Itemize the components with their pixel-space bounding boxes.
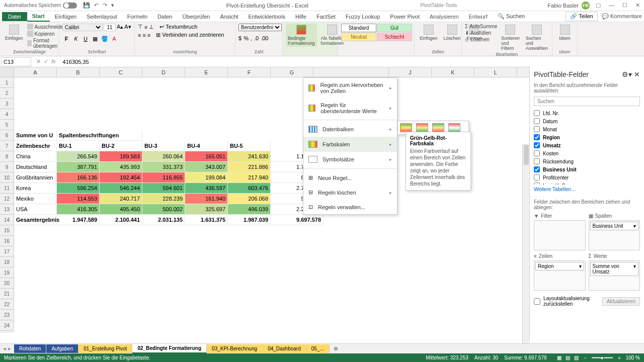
colorscale-gyr[interactable] bbox=[400, 123, 412, 132]
wrap-text-button[interactable]: ↩ Textumbruch bbox=[159, 24, 197, 30]
zoom-level[interactable]: 100 % bbox=[626, 355, 640, 360]
font-size-input[interactable] bbox=[104, 24, 116, 31]
cell[interactable]: Korea bbox=[14, 183, 57, 194]
tab-view[interactable]: Ansicht bbox=[215, 12, 243, 21]
tab-fuzzy[interactable]: Fuzzy Lookup bbox=[341, 12, 385, 21]
cell[interactable]: BU-3 bbox=[142, 141, 185, 151]
share-button[interactable]: 🔗 Teilen bbox=[566, 12, 598, 21]
tab-developer[interactable]: Entwicklertools bbox=[244, 12, 290, 21]
autosave-toggle[interactable]: Automatisches Speichern bbox=[4, 3, 77, 9]
tab-start[interactable]: Start bbox=[27, 12, 50, 22]
add-sheet-button[interactable]: ⊕ bbox=[330, 344, 342, 353]
conditional-formatting-button[interactable]: Bedingte Formatierung bbox=[286, 24, 317, 47]
sort-filter-button[interactable]: Sortieren und Filtern bbox=[499, 24, 522, 52]
field-item[interactable]: Business Unit bbox=[534, 165, 640, 173]
cell[interactable]: 199.084 bbox=[185, 172, 228, 183]
cell[interactable]: Zeilenbeschr bbox=[14, 141, 57, 151]
underline-button[interactable]: U bbox=[82, 35, 90, 43]
field-item[interactable]: Rücksendung bbox=[534, 157, 640, 165]
percent-icon[interactable]: % bbox=[244, 35, 249, 41]
cell[interactable]: 206.068 bbox=[228, 194, 271, 204]
tab-insert[interactable]: Einfügen bbox=[50, 12, 82, 21]
rows-drop-area[interactable]: Region▾ bbox=[534, 260, 586, 291]
save-icon[interactable]: 💾 bbox=[83, 2, 90, 9]
align-left-icon[interactable]: ≡ bbox=[138, 32, 141, 38]
search-tab[interactable]: 🔍 Suchen bbox=[493, 12, 530, 21]
cell[interactable]: 387.791 bbox=[57, 162, 100, 172]
row-header-16[interactable]: 16 bbox=[0, 236, 14, 246]
cell[interactable]: BU-5 bbox=[228, 141, 271, 151]
cell[interactable]: 161.940 bbox=[185, 194, 228, 204]
select-all-corner[interactable] bbox=[0, 67, 14, 77]
row-header-14[interactable]: 14 bbox=[0, 215, 14, 225]
colorscale-4[interactable] bbox=[448, 123, 460, 132]
cell[interactable]: 436.597 bbox=[185, 183, 228, 194]
cell[interactable]: 343.007 bbox=[185, 162, 228, 172]
align-top-icon[interactable]: ⊤ bbox=[138, 24, 143, 30]
cell[interactable]: 192.454 bbox=[100, 172, 142, 183]
align-bottom-icon[interactable]: ⊥ bbox=[149, 24, 154, 30]
col-header-J[interactable]: J bbox=[389, 67, 432, 77]
cell[interactable]: 221.886 bbox=[228, 162, 271, 172]
cell[interactable]: 166.136 bbox=[57, 172, 100, 183]
grow-font-icon[interactable]: A▴ bbox=[117, 24, 123, 31]
row-header-6[interactable]: 6 bbox=[0, 130, 14, 141]
cell[interactable]: Großbritannien bbox=[14, 172, 57, 183]
increase-decimal-icon[interactable]: .0 bbox=[254, 35, 259, 41]
cell[interactable]: 9.697.578 bbox=[271, 215, 324, 225]
value-chip-umsatz[interactable]: Summe von Umsatz▾ bbox=[590, 262, 639, 276]
tab-design[interactable]: Entwurf bbox=[464, 12, 493, 21]
cell[interactable]: 189.583 bbox=[100, 151, 142, 162]
col-header-L[interactable]: L bbox=[474, 67, 517, 77]
accept-formula-icon[interactable]: ✓ bbox=[44, 58, 48, 65]
cell[interactable]: 1.987.039 bbox=[228, 215, 271, 225]
tab-layout[interactable]: Seitenlayout bbox=[82, 12, 122, 21]
style-standard[interactable]: Standard bbox=[341, 24, 376, 32]
cell[interactable]: 496.039 bbox=[228, 204, 271, 215]
row-header-23[interactable]: 23 bbox=[0, 310, 14, 320]
update-button[interactable]: Aktualisieren bbox=[602, 297, 640, 306]
maximize-icon[interactable]: ☐ bbox=[622, 2, 627, 9]
cell[interactable]: 603.476 bbox=[228, 183, 271, 194]
cf-manage-rules[interactable]: ⊡Regeln verwalten... bbox=[303, 200, 397, 214]
avatar[interactable]: FB bbox=[582, 2, 590, 10]
font-color-button[interactable]: A bbox=[110, 35, 118, 43]
sheet-tab-04[interactable]: 04_Dashboard bbox=[263, 344, 306, 353]
cell[interactable]: Mexiko bbox=[14, 194, 57, 204]
row-header-11[interactable]: 11 bbox=[0, 183, 14, 194]
align-middle-icon[interactable]: ≡ bbox=[144, 24, 147, 30]
row-header-17[interactable]: 17 bbox=[0, 246, 14, 257]
row-header-13[interactable]: 13 bbox=[0, 204, 14, 215]
cell[interactable]: Deutschland bbox=[14, 162, 57, 172]
row-header-7[interactable]: 7 bbox=[0, 141, 14, 151]
field-item[interactable]: Monat bbox=[534, 125, 640, 133]
cell[interactable]: Spaltenbeschriftungen bbox=[57, 130, 142, 141]
cf-clear-rules[interactable]: ⊟Regeln löschen▸ bbox=[303, 185, 397, 200]
cell[interactable]: 114.553 bbox=[57, 194, 100, 204]
delete-cells-button[interactable]: Löschen bbox=[442, 24, 463, 42]
zoom-out-icon[interactable]: － bbox=[583, 354, 588, 361]
cf-highlight-rules[interactable]: Regeln zum Hervorheben von Zellen▸ bbox=[303, 78, 397, 98]
row-header-5[interactable]: 5 bbox=[0, 120, 14, 130]
cell[interactable]: 240.717 bbox=[100, 194, 142, 204]
row-header-8[interactable]: 8 bbox=[0, 151, 14, 162]
sheet-tab-aufgaben[interactable]: Aufgaben bbox=[46, 344, 78, 353]
insert-cells-button[interactable]: Einfügen bbox=[418, 24, 440, 42]
autosum-button[interactable]: Σ AutoSumme bbox=[465, 24, 497, 29]
row-chip-region[interactable]: Region▾ bbox=[535, 262, 584, 270]
comma-icon[interactable]: , bbox=[251, 35, 252, 41]
font-name-select[interactable]: Calibri bbox=[62, 24, 103, 31]
tab-data[interactable]: Daten bbox=[152, 12, 177, 21]
col-header-C[interactable]: C bbox=[100, 67, 142, 77]
tab-formulas[interactable]: Formeln bbox=[122, 12, 152, 21]
row-header-19[interactable]: 19 bbox=[0, 267, 14, 278]
tab-factset[interactable]: FactSet bbox=[311, 12, 341, 21]
name-box[interactable] bbox=[1, 57, 31, 66]
more-tables-link[interactable]: Weitere Tabellen... bbox=[534, 187, 640, 192]
pivot-close-icon[interactable]: ✕ bbox=[634, 70, 640, 78]
cell[interactable]: 331.373 bbox=[142, 162, 185, 172]
column-chip-bu[interactable]: Business Unit▾ bbox=[590, 222, 639, 230]
align-center-icon[interactable]: ≡ bbox=[142, 32, 145, 38]
sheet-nav-first-icon[interactable]: ◂ bbox=[3, 345, 6, 352]
row-header-12[interactable]: 12 bbox=[0, 194, 14, 204]
